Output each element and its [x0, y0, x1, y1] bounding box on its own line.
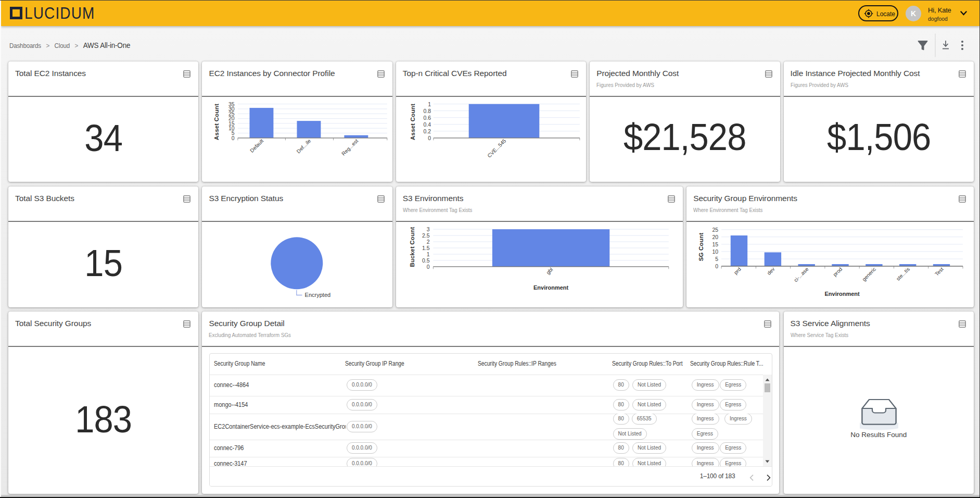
svg-text:10: 10: [712, 248, 719, 254]
svg-text:dev: dev: [766, 266, 776, 276]
svg-text:Encrypted: Encrypted: [305, 292, 331, 298]
svg-text:Environment: Environment: [825, 291, 860, 297]
svg-text:gbl: gbl: [545, 266, 554, 275]
svg-text:2.5: 2.5: [422, 232, 430, 238]
svg-text:35: 35: [228, 101, 235, 107]
svg-text:Asset Count: Asset Count: [213, 104, 220, 140]
svg-text:0: 0: [428, 134, 431, 141]
svg-text:0.8: 0.8: [423, 107, 431, 114]
svg-text:Environment: Environment: [533, 284, 569, 290]
svg-text:prd: prd: [733, 266, 742, 275]
svg-text:1: 1: [427, 251, 430, 257]
svg-text:Asset Count: Asset Count: [409, 104, 415, 140]
svg-text:0.6: 0.6: [423, 114, 431, 120]
svg-text:0: 0: [427, 263, 430, 269]
svg-text:5: 5: [716, 255, 719, 262]
svg-text:2: 2: [427, 238, 430, 244]
svg-text:3: 3: [427, 226, 430, 232]
svg-text:0: 0: [716, 263, 719, 269]
svg-text:ste...tis: ste...tis: [895, 266, 911, 281]
svg-text:Default: Default: [249, 138, 265, 153]
svg-text:ci-...ase: ci-...ase: [793, 266, 810, 283]
svg-text:prod: prod: [832, 266, 844, 277]
svg-text:20: 20: [712, 233, 719, 240]
svg-text:25: 25: [712, 226, 719, 232]
svg-text:1: 1: [428, 101, 431, 107]
svg-text:Reg...est: Reg...est: [341, 138, 360, 156]
svg-text:CVE...545: CVE...545: [486, 138, 507, 158]
svg-text:1.5: 1.5: [422, 244, 430, 251]
svg-text:15: 15: [712, 241, 719, 247]
svg-text:SG Count: SG Count: [698, 232, 704, 261]
svg-text:Bucket Count: Bucket Count: [409, 227, 415, 267]
svg-text:0.2: 0.2: [423, 128, 431, 134]
svg-text:Def...ile: Def...ile: [296, 138, 312, 154]
svg-text:0.5: 0.5: [422, 257, 430, 263]
svg-text:0.4: 0.4: [423, 121, 431, 127]
svg-text:Test: Test: [934, 266, 945, 277]
svg-text:generic: generic: [861, 266, 877, 282]
